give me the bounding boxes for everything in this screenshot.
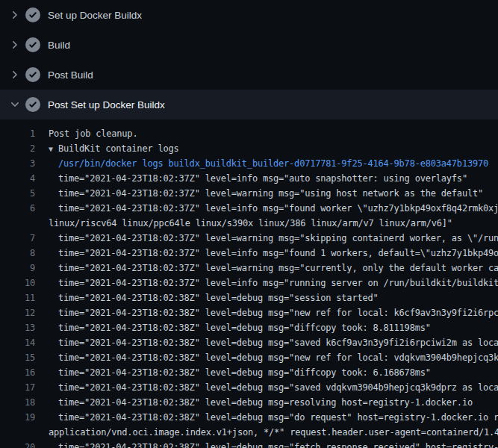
log-line-number[interactable]: 19 xyxy=(0,410,35,425)
log-group-expander-icon[interactable]: ▼ xyxy=(49,142,58,156)
log-text: time="2021-04-23T18:02:37Z" level=warnin… xyxy=(58,233,498,243)
log-line-number[interactable]: 18 xyxy=(0,395,35,410)
log-line: 5 time="2021-04-23T18:02:37Z" level=warn… xyxy=(0,186,498,201)
log-line-text: time="2021-04-23T18:02:38Z" level=debug … xyxy=(58,335,498,350)
log-text: linux/riscv64 linux/ppc64le linux/s390x … xyxy=(49,218,452,228)
log-text: time="2021-04-23T18:02:38Z" level=debug … xyxy=(58,308,498,318)
job-log-viewer: Set up Docker Buildx Build xyxy=(0,0,498,448)
log-line-text: time="2021-04-23T18:02:38Z" level=debug … xyxy=(58,440,498,448)
log-line-number[interactable]: 10 xyxy=(0,276,35,290)
log-text: time="2021-04-23T18:02:38Z" level=debug … xyxy=(58,352,498,363)
log-line-text: Post job cleanup. xyxy=(49,126,137,141)
log-line-text: time="2021-04-23T18:02:38Z" level=debug … xyxy=(58,320,431,335)
log-line-number[interactable]: 11 xyxy=(0,290,35,305)
log-line: 8 time="2021-04-23T18:02:37Z" level=info… xyxy=(0,246,498,261)
log-line-number[interactable]: 5 xyxy=(0,186,35,201)
chevron-down-icon[interactable] xyxy=(9,99,21,111)
check-circle-icon xyxy=(25,67,40,82)
step-header[interactable]: Build xyxy=(0,30,498,60)
log-line: 16 time="2021-04-23T18:02:38Z" level=deb… xyxy=(0,365,498,380)
log-text: time="2021-04-23T18:02:37Z" level=warnin… xyxy=(58,263,498,273)
check-circle-icon xyxy=(25,7,40,22)
log-line: 9 time="2021-04-23T18:02:37Z" level=warn… xyxy=(0,261,498,276)
log-text: time="2021-04-23T18:02:37Z" level=info m… xyxy=(58,248,498,258)
log-line-number[interactable]: 14 xyxy=(0,335,35,350)
step-list: Set up Docker Buildx Build xyxy=(0,0,498,119)
log-line: 2 ▼BuildKit container logs xyxy=(0,141,498,156)
log-line-number[interactable]: 7 xyxy=(0,231,35,246)
log-line-number[interactable]: 8 xyxy=(0,246,35,261)
chevron-right-icon[interactable] xyxy=(9,69,21,81)
log-line-text: time="2021-04-23T18:02:38Z" level=debug … xyxy=(58,365,431,380)
log-text: time="2021-04-23T18:02:38Z" level=debug … xyxy=(58,293,379,303)
log-line: 12 time="2021-04-23T18:02:38Z" level=deb… xyxy=(0,305,498,320)
log-line-text: ▼BuildKit container logs xyxy=(49,141,179,156)
check-circle-icon xyxy=(25,37,40,52)
log-line: 11 time="2021-04-23T18:02:38Z" level=deb… xyxy=(0,290,498,305)
log-text: time="2021-04-23T18:02:38Z" level=debug … xyxy=(58,323,431,333)
log-line: 15 time="2021-04-23T18:02:38Z" level=deb… xyxy=(0,350,498,365)
log-line-text: time="2021-04-23T18:02:38Z" level=debug … xyxy=(58,410,498,425)
log-line: 10 time="2021-04-23T18:02:37Z" level=inf… xyxy=(0,276,498,290)
log-line-text: time="2021-04-23T18:02:37Z" level=info m… xyxy=(58,246,498,261)
log-line-text: time="2021-04-23T18:02:37Z" level=warnin… xyxy=(58,261,498,276)
log-line-text: time="2021-04-23T18:02:38Z" level=debug … xyxy=(58,380,498,395)
log-line: 13 time="2021-04-23T18:02:38Z" level=deb… xyxy=(0,320,498,335)
log-text: application/vnd.oci.image.index.v1+json,… xyxy=(49,427,498,438)
log-line: 14 time="2021-04-23T18:02:38Z" level=deb… xyxy=(0,335,498,350)
log-line: 1 Post job cleanup. xyxy=(0,126,498,141)
log-line: 20 time="2021-04-23T18:02:38Z" level=deb… xyxy=(0,440,498,448)
log-line: 4 time="2021-04-23T18:02:37Z" level=info… xyxy=(0,171,498,186)
log-line-number[interactable]: 16 xyxy=(0,365,35,380)
log-line-number[interactable]: 15 xyxy=(0,350,35,365)
log-line-text: time="2021-04-23T18:02:37Z" level=info m… xyxy=(58,276,498,290)
log-line-number[interactable]: 1 xyxy=(0,126,35,141)
log-line-text: time="2021-04-23T18:02:37Z" level=info m… xyxy=(58,201,498,216)
log-line-number[interactable]: 9 xyxy=(0,261,35,276)
step-header[interactable]: Post Set up Docker Buildx xyxy=(0,90,498,119)
step-label: Post Set up Docker Buildx xyxy=(48,99,165,111)
log-text: time="2021-04-23T18:02:37Z" level=info m… xyxy=(58,203,498,214)
log-line-number[interactable] xyxy=(0,216,35,231)
step-header[interactable]: Post Build xyxy=(0,60,498,90)
step-header[interactable]: Set up Docker Buildx xyxy=(0,0,498,30)
step-label: Build xyxy=(48,40,70,51)
log-line-number[interactable]: 13 xyxy=(0,320,35,335)
log-line-text: application/vnd.oci.image.index.v1+json,… xyxy=(49,425,498,440)
log-text: time="2021-04-23T18:02:37Z" level=info m… xyxy=(58,278,498,288)
log-text: time="2021-04-23T18:02:37Z" level=info m… xyxy=(58,173,467,184)
step-label: Set up Docker Buildx xyxy=(48,10,142,21)
log-container: 1 Post job cleanup. 2 ▼BuildKit containe… xyxy=(0,119,498,448)
log-text: time="2021-04-23T18:02:38Z" level=debug … xyxy=(58,337,498,348)
log-text: time="2021-04-23T18:02:38Z" level=debug … xyxy=(58,382,498,393)
log-line-number[interactable] xyxy=(0,425,35,440)
log-line: application/vnd.oci.image.index.v1+json,… xyxy=(0,425,498,440)
step-label: Post Build xyxy=(48,69,93,81)
log-line-number[interactable]: 4 xyxy=(0,171,35,186)
log-line-number[interactable]: 17 xyxy=(0,380,35,395)
log-line-number[interactable]: 3 xyxy=(0,156,35,171)
log-text: BuildKit container logs xyxy=(58,143,179,154)
log-text: time="2021-04-23T18:02:38Z" level=debug … xyxy=(58,412,498,423)
log-line-text: time="2021-04-23T18:02:38Z" level=debug … xyxy=(58,305,498,320)
log-line: linux/riscv64 linux/ppc64le linux/s390x … xyxy=(0,216,498,231)
log-line: 3 /usr/bin/docker logs buildx_buildkit_b… xyxy=(0,156,498,171)
log-line: 6 time="2021-04-23T18:02:37Z" level=info… xyxy=(0,201,498,216)
log-line: 7 time="2021-04-23T18:02:37Z" level=warn… xyxy=(0,231,498,246)
log-line-number[interactable]: 20 xyxy=(0,440,35,448)
log-text: time="2021-04-23T18:02:38Z" level=debug … xyxy=(58,397,473,408)
log-text: /usr/bin/docker logs buildx_buildkit_bui… xyxy=(58,158,488,169)
log-line: 19 time="2021-04-23T18:02:38Z" level=deb… xyxy=(0,410,498,425)
log-line-text: linux/riscv64 linux/ppc64le linux/s390x … xyxy=(49,216,452,231)
log-text: time="2021-04-23T18:02:38Z" level=debug … xyxy=(58,367,431,378)
log-line: 17 time="2021-04-23T18:02:38Z" level=deb… xyxy=(0,380,498,395)
chevron-right-icon[interactable] xyxy=(9,9,21,21)
log-line-number[interactable]: 2 xyxy=(0,141,35,156)
log-text: Post job cleanup. xyxy=(49,128,137,139)
chevron-right-icon[interactable] xyxy=(9,39,21,51)
log-line-text: time="2021-04-23T18:02:37Z" level=warnin… xyxy=(58,231,498,246)
log-line-number[interactable]: 12 xyxy=(0,305,35,320)
log-line-number[interactable]: 6 xyxy=(0,201,35,216)
log-line-text: time="2021-04-23T18:02:38Z" level=debug … xyxy=(58,350,498,365)
log-text: time="2021-04-23T18:02:37Z" level=warnin… xyxy=(58,188,483,199)
